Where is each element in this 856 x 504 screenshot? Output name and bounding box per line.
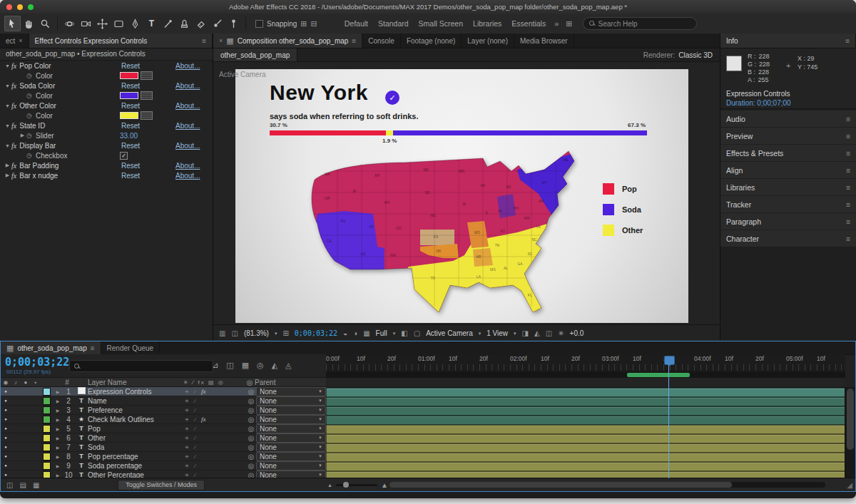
video-column-icon[interactable]: ◉	[1, 379, 11, 386]
layer-visibility-icon[interactable]: ●	[1, 473, 11, 477]
track-row[interactable]	[326, 433, 845, 443]
layer-label-chip[interactable]	[43, 434, 51, 442]
parent-dropdown[interactable]: None▼	[256, 424, 326, 433]
motion-blur-icon[interactable]: ◭	[272, 361, 277, 370]
layer-label-chip[interactable]	[43, 443, 51, 451]
layer-visibility-icon[interactable]: ●	[1, 463, 11, 468]
twirl-icon[interactable]: ▶	[54, 426, 62, 431]
current-timecode[interactable]: 0;00;03;22	[5, 356, 69, 369]
layer-switches-icons[interactable]: ✳ ∕	[185, 453, 246, 460]
color-swatch[interactable]	[120, 92, 138, 99]
scrollbar-handle[interactable]	[847, 389, 854, 450]
layer-row[interactable]: ● ▶ 5 T Pop ✳ ∕ ◎ None▼	[1, 424, 326, 433]
workspace-item[interactable]: Small Screen	[419, 19, 463, 28]
effect-header-row[interactable]: ▼ fx Display Bar Reset About...	[0, 140, 213, 150]
twirl-icon[interactable]: ▶	[4, 163, 11, 168]
stopwatch-icon[interactable]: ◷	[26, 152, 36, 159]
effect-header-row[interactable]: ▶ fx Bar Padding Reset About...	[0, 160, 213, 170]
twirl-icon[interactable]: ▶	[54, 398, 62, 403]
effect-about-link[interactable]: About...	[175, 102, 213, 110]
layer-row[interactable]: ● ▶ 2 T Name ✳ ∕ ◎ None▼	[1, 396, 326, 406]
close-icon[interactable]: ×	[19, 37, 22, 44]
transparency-grid-icon[interactable]: ▢	[414, 329, 420, 337]
twirl-icon[interactable]: ▼	[4, 63, 11, 68]
layer-visibility-icon[interactable]: ●	[1, 389, 11, 394]
eyedropper-icon[interactable]	[141, 111, 153, 120]
twirl-icon[interactable]: ▶	[54, 463, 62, 468]
pan-behind-tool[interactable]	[94, 16, 111, 31]
effect-reset-link[interactable]: Reset	[121, 142, 175, 150]
track-row[interactable]	[326, 415, 845, 424]
effect-about-link[interactable]: About...	[175, 122, 213, 130]
parent-dropdown[interactable]: None▼	[256, 433, 326, 443]
layer-label-chip[interactable]	[43, 425, 51, 433]
workspace-item[interactable]: Essentials	[511, 19, 546, 28]
track-row[interactable]	[326, 443, 845, 452]
timeline-jump-icon[interactable]: ◫	[546, 329, 552, 337]
panel-menu-icon[interactable]: ≡	[846, 115, 850, 123]
timeline-horizontal-scrollbar[interactable]	[389, 482, 825, 488]
viewer-tab[interactable]: other_soda_pop_map	[213, 48, 297, 61]
tab-render-queue[interactable]: Render Queue	[101, 341, 160, 354]
audio-column-icon[interactable]: ♪	[11, 379, 21, 386]
layer-visibility-icon[interactable]: ●	[1, 398, 11, 403]
shape-tool[interactable]	[111, 16, 127, 31]
parent-pick-whip-icon[interactable]: ◎	[246, 406, 256, 414]
tab-timeline-comp[interactable]: ▦ other_soda_pop_map ≡	[1, 341, 101, 354]
track-row[interactable]	[326, 452, 845, 461]
layer-name[interactable]: Pop	[88, 425, 185, 433]
layer-name[interactable]: Expression Controls	[88, 388, 185, 396]
exposure-value[interactable]: +0.0	[570, 329, 584, 337]
stopwatch-icon[interactable]: ◷	[26, 92, 36, 99]
parent-pick-whip-icon[interactable]: ◎	[246, 453, 256, 461]
zoom-out-mountain-icon[interactable]: ▲	[327, 483, 332, 488]
layer-switches-icons[interactable]: ✳ ∕	[185, 462, 246, 469]
parent-pick-whip-icon[interactable]: ◎	[246, 434, 256, 442]
panel-tab[interactable]: Footage (none)	[401, 34, 462, 48]
timeline-vertical-scrollbar[interactable]	[845, 387, 855, 480]
snap-to-edges-icon[interactable]: ⊞	[300, 19, 307, 29]
grid-guides-icon[interactable]: ⊞	[282, 329, 288, 337]
orbit-camera-tool[interactable]	[61, 16, 78, 31]
layer-visibility-icon[interactable]: ●	[1, 408, 11, 412]
effect-about-link[interactable]: About...	[175, 172, 213, 180]
layer-name[interactable]: Soda percentage	[88, 462, 185, 470]
roto-brush-tool[interactable]	[209, 16, 225, 31]
timeline-search-input[interactable]	[69, 360, 213, 372]
panel-menu-icon[interactable]: ≡	[91, 344, 95, 352]
panel-menu-icon[interactable]: ≡	[846, 149, 850, 158]
effect-reset-link[interactable]: Reset	[121, 172, 175, 180]
camera-tool[interactable]	[78, 16, 94, 31]
snapshot-camera-icon[interactable]: ◒	[343, 329, 347, 337]
layer-switches-icons[interactable]: ✳ ∕	[185, 425, 246, 432]
track-row[interactable]	[326, 406, 845, 415]
effect-header-row[interactable]: ▶ fx Bar x nudge Reset About...	[0, 170, 213, 180]
layer-switches-icons[interactable]: ✳ ∕	[185, 406, 246, 413]
parent-dropdown[interactable]: None▼	[256, 415, 326, 424]
panel-menu-icon[interactable]: ≡	[846, 183, 850, 192]
color-swatch[interactable]	[120, 112, 138, 119]
tab-composition[interactable]: × ▦ Composition other_soda_pop_map ≡	[213, 34, 362, 48]
selection-tool[interactable]	[4, 16, 21, 31]
parent-dropdown[interactable]: None▼	[256, 406, 326, 415]
close-icon[interactable]: ×	[219, 37, 223, 44]
twirl-icon[interactable]: ▶	[4, 173, 11, 178]
mini-flowchart-icon[interactable]: ⊿	[212, 361, 218, 370]
workspace-overflow-chevron[interactable]: »	[554, 19, 559, 28]
layer-row[interactable]: ● ▶ 6 T Other ✳ ∕ ◎ None▼	[1, 433, 326, 443]
layer-switches-icons[interactable]: ✳ ∕	[185, 443, 246, 451]
panel-tab[interactable]: Media Browser	[514, 34, 574, 48]
layer-name[interactable]: Other	[88, 434, 185, 442]
effect-about-link[interactable]: About...	[175, 162, 213, 170]
collapsed-panel-header[interactable]: Tracker ≡	[720, 196, 856, 212]
twirl-icon[interactable]: ▶	[54, 408, 62, 413]
effect-about-link[interactable]: About...	[175, 82, 213, 90]
frame-blending-icon[interactable]: ◎	[257, 361, 264, 370]
track-row[interactable]	[326, 424, 845, 433]
collapsed-panel-header[interactable]: Libraries ≡	[720, 179, 856, 195]
layer-name[interactable]: Check Mark Outlines	[88, 416, 185, 423]
panel-menu-icon[interactable]: ≡	[846, 132, 850, 140]
layer-row[interactable]: ● ▶ 7 T Soda ✳ ∕ ◎ None▼	[1, 443, 326, 452]
effect-header-row[interactable]: ▼ fx Soda Color Reset About...	[0, 81, 213, 91]
resize-grip-icon[interactable]: ◢	[847, 481, 852, 489]
